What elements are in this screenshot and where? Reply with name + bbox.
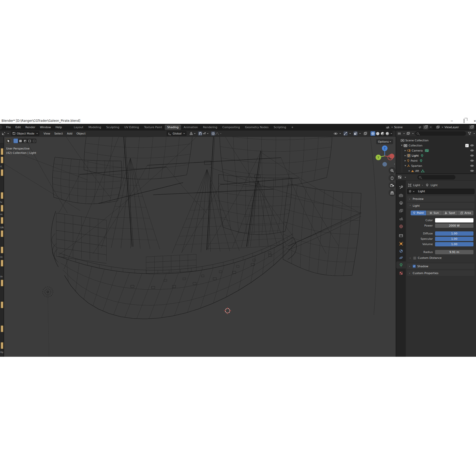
mode-selector[interactable]: Object Mode bbox=[11, 131, 39, 136]
outliner-display-mode-icon[interactable] bbox=[397, 131, 401, 136]
select-extend-button[interactable] bbox=[18, 139, 23, 143]
tab-layout[interactable]: Layout bbox=[71, 125, 86, 130]
outliner-filter-id-icon[interactable] bbox=[406, 131, 410, 136]
datablock-name-field[interactable]: Light bbox=[407, 189, 474, 194]
new-scene-button[interactable] bbox=[423, 125, 428, 129]
collection-checkbox[interactable]: ✓ bbox=[465, 144, 469, 147]
row-label[interactable]: Point bbox=[411, 159, 418, 162]
shadow-checkbox[interactable]: ✓ bbox=[413, 265, 416, 268]
breadcrumb-data[interactable]: Light bbox=[430, 184, 437, 187]
row-label[interactable]: Light bbox=[412, 154, 419, 157]
outliner-row-collection[interactable]: ▼ Collection ✓ bbox=[396, 143, 476, 148]
xray-toggle[interactable] bbox=[363, 131, 367, 136]
menu-add[interactable]: Add bbox=[65, 131, 74, 136]
row-label[interactable]: Collection bbox=[409, 144, 422, 147]
camera-view-button[interactable] bbox=[389, 182, 396, 189]
tab-uv-editing[interactable]: UV Editing bbox=[122, 125, 141, 130]
menu-help[interactable]: Help bbox=[53, 125, 64, 130]
minimize-button[interactable]: − bbox=[449, 119, 455, 123]
outliner-row-spartan[interactable]: ▼ Spartan bbox=[396, 163, 476, 168]
shading-solid-button[interactable] bbox=[375, 131, 380, 136]
tab-animation[interactable]: Animation bbox=[181, 125, 200, 130]
sliver-item-icon[interactable] bbox=[1, 247, 3, 253]
outliner-filter-icon[interactable] bbox=[467, 131, 471, 136]
perspective-toggle-button[interactable] bbox=[389, 189, 396, 196]
preview-panel-header[interactable]: › Preview bbox=[407, 196, 474, 202]
outliner-row-aft[interactable]: ▶ Aft bbox=[396, 168, 476, 173]
breadcrumb-object[interactable]: Light bbox=[413, 184, 420, 187]
custom-distance-subpanel[interactable]: › Custom Distance bbox=[410, 256, 473, 260]
mesh-data-icon[interactable] bbox=[421, 170, 424, 172]
tweak-tool-button[interactable] bbox=[6, 139, 11, 143]
menu-render[interactable]: Render bbox=[23, 125, 38, 130]
outliner-search-input[interactable] bbox=[415, 131, 466, 136]
hide-eye-icon[interactable] bbox=[470, 170, 474, 172]
axis-z-neg-ball[interactable] bbox=[382, 162, 387, 167]
menu-object[interactable]: Object bbox=[75, 131, 88, 136]
radius-field[interactable]: 9.91 m bbox=[435, 250, 473, 254]
select-new-button[interactable] bbox=[13, 139, 18, 143]
3d-viewport[interactable]: User Perspective (42) Collection | Light… bbox=[4, 137, 396, 357]
shading-material-button[interactable] bbox=[380, 131, 385, 136]
light-type-area[interactable]: Area bbox=[458, 211, 473, 215]
custom-properties-header[interactable]: › Custom Properties bbox=[407, 270, 474, 276]
specular-slider[interactable]: 1.00 bbox=[435, 237, 473, 241]
hide-eye-icon[interactable] bbox=[470, 154, 474, 157]
hide-eye-icon[interactable] bbox=[470, 144, 474, 147]
expand-icon[interactable]: ▶ bbox=[404, 155, 407, 157]
menu-file[interactable]: File bbox=[4, 125, 13, 130]
tab-texture-paint[interactable]: Texture Paint bbox=[142, 125, 165, 130]
tab-texture[interactable] bbox=[396, 270, 406, 277]
custom-distance-checkbox[interactable] bbox=[413, 257, 416, 260]
axis-x-ball[interactable] bbox=[389, 154, 394, 159]
transform-orientation-selector[interactable]: Global bbox=[167, 131, 187, 136]
tab-compositing[interactable]: Compositing bbox=[220, 125, 243, 130]
sliver-item-icon[interactable] bbox=[1, 302, 3, 308]
tab-scene[interactable] bbox=[396, 215, 406, 222]
pivot-point-icon[interactable] bbox=[189, 131, 193, 136]
delete-scene-button[interactable]: × bbox=[429, 125, 432, 129]
sliver-item-icon[interactable] bbox=[1, 217, 3, 224]
outliner-row-camera[interactable]: ▶ Camera bbox=[396, 148, 476, 153]
menu-select[interactable]: Select bbox=[52, 131, 65, 136]
pan-hand-button[interactable] bbox=[389, 174, 396, 182]
sliver-item-icon[interactable] bbox=[1, 205, 3, 212]
expand-icon[interactable]: ▼ bbox=[404, 165, 407, 167]
scene-selector[interactable]: Scene × bbox=[384, 125, 433, 130]
sliver-item-icon[interactable] bbox=[1, 260, 3, 266]
menu-edit[interactable]: Edit bbox=[13, 125, 23, 130]
falloff-curve-icon[interactable] bbox=[215, 131, 219, 136]
tab-rendering[interactable]: Rendering bbox=[200, 125, 220, 130]
tab-object[interactable] bbox=[396, 240, 406, 247]
new-view-layer-button[interactable] bbox=[469, 125, 474, 129]
snap-toggle[interactable] bbox=[198, 131, 202, 136]
row-label[interactable]: Camera bbox=[412, 149, 423, 152]
light-panel-header[interactable]: › Light bbox=[407, 203, 474, 209]
view-layer-selector[interactable]: ViewLayer bbox=[435, 125, 475, 130]
tab-output[interactable] bbox=[396, 199, 406, 206]
snap-target-icon[interactable] bbox=[202, 131, 206, 136]
row-label[interactable]: Aft bbox=[415, 169, 419, 173]
sliver-item-icon[interactable] bbox=[1, 169, 3, 176]
outliner-row-point[interactable]: ▶ Point bbox=[396, 158, 476, 163]
row-label[interactable]: Scene Collection bbox=[405, 139, 428, 142]
volume-slider[interactable]: 1.00 bbox=[435, 242, 473, 246]
shading-rendered-button[interactable] bbox=[385, 131, 390, 136]
pin-icon[interactable] bbox=[418, 125, 422, 129]
options-dropdown[interactable]: Options bbox=[376, 139, 393, 144]
outliner-row-scene-collection[interactable]: Scene Collection bbox=[396, 138, 476, 143]
tab-world[interactable] bbox=[396, 223, 406, 230]
tab-tool[interactable] bbox=[396, 184, 406, 191]
zoom-button[interactable] bbox=[389, 167, 396, 174]
diffuse-slider[interactable]: 1.00 bbox=[435, 231, 473, 236]
hide-eye-icon[interactable] bbox=[470, 165, 474, 167]
panel-collapse-arrow[interactable]: ‹ bbox=[394, 162, 395, 166]
show-object-types-icon[interactable] bbox=[334, 131, 338, 136]
editor-type-icon[interactable] bbox=[2, 131, 6, 136]
proportional-editing-toggle[interactable] bbox=[211, 131, 215, 136]
navigation-gizmo[interactable]: Z Y bbox=[374, 145, 395, 167]
sliver-item-icon[interactable] bbox=[1, 230, 3, 237]
power-field[interactable]: 2000 W bbox=[435, 224, 473, 228]
light-type-spot[interactable]: Spot bbox=[442, 211, 458, 215]
sliver-item-icon[interactable] bbox=[1, 157, 3, 163]
